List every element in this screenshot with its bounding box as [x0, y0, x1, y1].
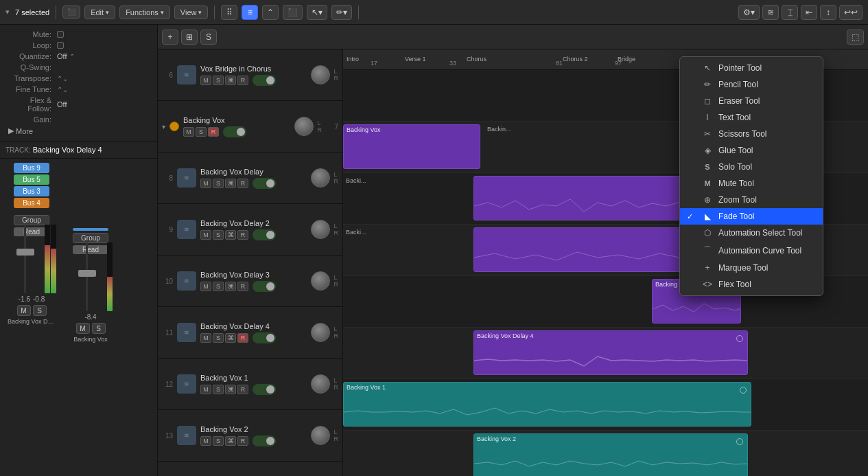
volume-9[interactable]	[311, 220, 330, 239]
fader-2[interactable]	[69, 242, 105, 311]
group-track-btn[interactable]: ⊞	[181, 30, 198, 45]
rec-10[interactable]: R	[237, 282, 248, 291]
rec-11[interactable]: R	[237, 333, 248, 343]
bus3-btn[interactable]: Bus 3	[14, 186, 49, 196]
mute-8[interactable]: M	[200, 179, 211, 188]
menu-item-mute[interactable]: M Mute Tool	[680, 175, 823, 192]
menu-item-flex[interactable]: <> Flex Tool	[680, 276, 823, 293]
expand-7[interactable]: ▾	[162, 123, 165, 131]
more-button[interactable]: ▶ More	[5, 125, 36, 137]
mute-13[interactable]: M	[200, 436, 211, 446]
solo-10[interactable]: S	[213, 282, 224, 291]
mute-12[interactable]: M	[200, 385, 211, 394]
mute-9[interactable]: M	[200, 230, 211, 240]
bus4-btn[interactable]: Bus 4	[14, 198, 49, 208]
stereo-out-btn[interactable]	[73, 228, 108, 231]
grid-btn[interactable]: ⠿	[221, 5, 237, 20]
rec-8[interactable]: R	[237, 179, 248, 188]
fader-1[interactable]	[7, 225, 43, 293]
toggle-6[interactable]	[253, 75, 276, 86]
view-menu-btn[interactable]: View▾	[174, 5, 209, 19]
fader-handle-1[interactable]	[16, 249, 34, 256]
volume-10[interactable]	[311, 271, 330, 291]
solo-btn-2[interactable]: S	[92, 323, 106, 334]
link-btn[interactable]: ≡	[242, 5, 258, 20]
menu-item-automation-select[interactable]: ⬡ Automation Select Tool	[680, 225, 823, 241]
solo-9[interactable]: S	[213, 230, 224, 240]
solo-13[interactable]: S	[213, 436, 224, 446]
menu-item-zoom[interactable]: ⊕ Zoom Tool	[680, 192, 823, 208]
cmd-6[interactable]: ⌘	[225, 76, 236, 85]
mute-7[interactable]: M	[183, 127, 194, 137]
volume-12[interactable]	[311, 374, 330, 394]
screen-set-btn[interactable]: ⬚	[847, 30, 864, 45]
return-btn[interactable]: ⇤	[801, 5, 817, 20]
nudge-btn[interactable]: ↕	[820, 5, 836, 20]
snap-btn[interactable]: ⌃	[262, 5, 279, 20]
rec-13[interactable]: R	[237, 436, 248, 446]
mute-checkbox[interactable]	[57, 31, 64, 38]
menu-item-scissors[interactable]: ✂ Scissors Tool	[680, 126, 823, 142]
rec-6[interactable]: R	[237, 76, 248, 85]
cmd-10[interactable]: ⌘	[225, 282, 236, 291]
loop-checkbox[interactable]	[57, 42, 64, 49]
solo-track-btn[interactable]: S	[200, 30, 217, 45]
mute-10[interactable]: M	[200, 282, 211, 291]
rec-7[interactable]: R	[208, 127, 219, 137]
toggle-11[interactable]	[253, 332, 276, 343]
region-bvox1[interactable]: Backing Vox 1	[343, 382, 751, 427]
toggle-10[interactable]	[253, 281, 276, 292]
cmd-11[interactable]: ⌘	[225, 333, 236, 343]
volume-6[interactable]	[311, 65, 330, 84]
bus5-btn[interactable]: Bus 5	[14, 174, 49, 185]
bus9-btn[interactable]: Bus 9	[14, 163, 49, 173]
toggle-8[interactable]	[253, 178, 276, 189]
volume-11[interactable]	[311, 323, 330, 342]
rec-9[interactable]: R	[237, 230, 248, 240]
menu-item-glue[interactable]: ◈ Glue Tool	[680, 142, 823, 159]
cmd-8[interactable]: ⌘	[225, 179, 236, 188]
mute-btn-2[interactable]: M	[76, 323, 90, 334]
region-backing-vox[interactable]: Backing Vox	[343, 124, 480, 169]
menu-item-automation-curve[interactable]: ⌒ Automation Curve Tool	[680, 241, 823, 260]
toggle-13[interactable]	[253, 435, 276, 446]
group-btn-1[interactable]: Group	[14, 215, 49, 225]
volume-13[interactable]	[311, 426, 330, 445]
toggle-9[interactable]	[253, 229, 276, 240]
group-btn-2[interactable]: Group	[73, 233, 108, 243]
edit-menu-btn[interactable]: Edit▾	[84, 5, 115, 19]
menu-item-pencil[interactable]: ✏ Pencil Tool	[680, 76, 823, 93]
menu-item-pointer[interactable]: ↖ Pointer Tool	[680, 60, 823, 76]
catch-btn[interactable]: ⬛	[283, 5, 303, 20]
cmd-13[interactable]: ⌘	[225, 436, 236, 446]
add-track-btn[interactable]: +	[162, 30, 178, 45]
cmd-9[interactable]: ⌘	[225, 230, 236, 240]
mute-6[interactable]: M	[200, 76, 211, 85]
volume-8[interactable]	[311, 168, 330, 188]
solo-btn-1[interactable]: S	[33, 305, 47, 316]
menu-item-solo[interactable]: S Solo Tool	[680, 159, 823, 175]
toggle-12[interactable]	[253, 384, 276, 395]
menu-item-eraser[interactable]: ◻ Eraser Tool	[680, 93, 823, 109]
menu-item-fade[interactable]: ✓ ◣ Fade Tool	[680, 208, 823, 225]
cmd-12[interactable]: ⌘	[225, 385, 236, 394]
edit-split-btn[interactable]: ⬛	[62, 5, 80, 19]
toggle-7[interactable]	[223, 126, 246, 137]
tool2-btn[interactable]: ✏▾	[331, 5, 352, 20]
solo-11[interactable]: S	[213, 333, 224, 343]
region-bvox2[interactable]: Backing Vox 2	[473, 433, 748, 476]
region-bvox-delay4[interactable]: Backing Vox Delay 4	[473, 330, 748, 375]
loop-btn[interactable]: ↩↩	[839, 5, 863, 20]
menu-item-text[interactable]: I Text Tool	[680, 109, 823, 126]
mute-11[interactable]: M	[200, 333, 211, 343]
gear-btn[interactable]: ⚙▾	[738, 5, 760, 20]
functions-menu-btn[interactable]: Functions▾	[119, 5, 170, 19]
waveform-btn[interactable]: ≋	[762, 5, 779, 20]
cursor-btn[interactable]: ⌶	[782, 5, 798, 20]
fader-handle-2[interactable]	[78, 270, 96, 277]
solo-7[interactable]: S	[196, 127, 207, 137]
menu-item-marquee[interactable]: + Marquee Tool	[680, 260, 823, 276]
solo-12[interactable]: S	[213, 385, 224, 394]
solo-6[interactable]: S	[213, 76, 224, 85]
volume-7[interactable]	[294, 117, 314, 136]
